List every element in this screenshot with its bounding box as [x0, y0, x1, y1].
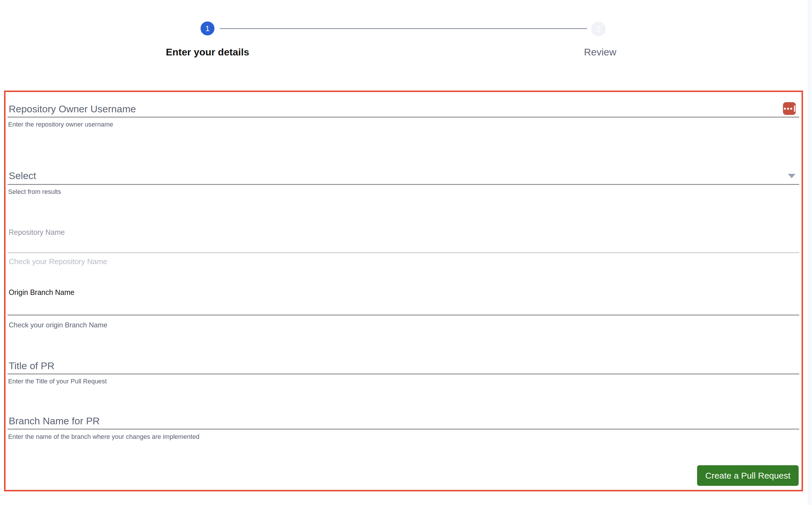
create-pull-request-button[interactable]: Create a Pull Request — [697, 465, 799, 486]
pull-request-form-page: 1 2 Enter your details Review Repository… — [0, 0, 812, 505]
origin-branch-name-helper: Check your origin Branch Name — [9, 321, 108, 329]
select-result-underline — [8, 184, 799, 185]
pr-branch-name-label: Branch Name for PR — [9, 415, 100, 427]
repository-owner-username-underline — [8, 117, 799, 118]
pr-branch-name-helper: Enter the name of the branch where your … — [8, 433, 199, 441]
repository-owner-username-helper: Enter the repository owner username — [8, 121, 113, 128]
password-manager-icon-cursor — [794, 106, 795, 112]
password-manager-icon-dot — [790, 108, 792, 110]
repository-owner-username-label: Repository Owner Username — [9, 103, 136, 115]
password-manager-icon[interactable] — [783, 102, 796, 115]
scrollbar-gutter — [808, 0, 812, 505]
pr-branch-name-underline — [8, 429, 799, 430]
origin-branch-name-underline — [8, 315, 799, 316]
step-1-number: 1 — [205, 24, 210, 33]
step-2-circle[interactable]: 2 — [591, 22, 606, 36]
step-2-number: 2 — [596, 25, 600, 34]
repository-name-label: Repository Name — [9, 228, 65, 236]
repository-name-underline — [8, 252, 799, 253]
pr-title-helper: Enter the Title of your Pull Request — [8, 378, 107, 385]
pr-title-underline — [8, 373, 799, 374]
dropdown-arrow-icon[interactable] — [788, 174, 795, 178]
repository-name-helper: Check your Repository Name — [9, 257, 108, 266]
origin-branch-name-label: Origin Branch Name — [9, 288, 74, 297]
password-manager-icon-dot — [784, 108, 786, 110]
step-1-circle[interactable]: 1 — [201, 21, 214, 35]
step-1-label: Enter your details — [150, 46, 265, 58]
password-manager-icon-dot — [787, 108, 789, 110]
stepper-connector-line — [220, 28, 587, 29]
step-2-label: Review — [557, 46, 644, 58]
select-result-label: Select — [9, 170, 36, 181]
origin-branch-name-input[interactable] — [8, 297, 799, 315]
select-result-helper: Select from results — [8, 188, 61, 196]
pr-title-label: Title of PR — [9, 360, 54, 371]
repository-name-input[interactable] — [8, 236, 799, 253]
